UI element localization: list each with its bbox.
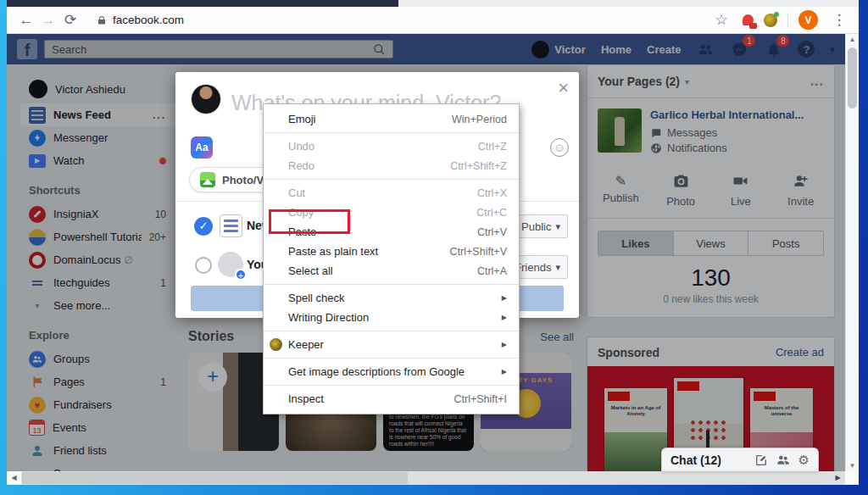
emoji-icon[interactable]: ☺: [550, 138, 569, 157]
scrollbar-corner: [845, 471, 859, 485]
vertical-scrollbar[interactable]: ▲ ▼: [845, 34, 859, 471]
menu-item-select-all[interactable]: Select allCtrl+A: [264, 261, 519, 281]
new-message-icon[interactable]: [754, 453, 768, 467]
browser-tab[interactable]: [7, 0, 398, 7]
checked-icon[interactable]: ✓: [194, 217, 213, 236]
menu-item-spell-check[interactable]: Spell check▶: [264, 288, 519, 308]
lock-icon: [97, 15, 107, 25]
scroll-down-arrow-icon[interactable]: ▼: [846, 462, 859, 470]
menu-item-inspect[interactable]: InspectCtrl+Shift+I: [264, 389, 519, 409]
refresh-icon[interactable]: ⟳: [59, 11, 81, 29]
browser-toolbar: ← → ⟳ facebook.com ☆ V ⋮: [7, 7, 859, 34]
scroll-right-arrow-icon[interactable]: ▶: [831, 471, 845, 485]
chat-label[interactable]: Chat (12): [670, 453, 746, 467]
menu-item-paste-plain[interactable]: Paste as plain textCtrl+Shift+V: [264, 242, 519, 261]
forward-icon[interactable]: →: [37, 12, 59, 29]
keeper-status-dot: [774, 12, 779, 17]
menu-separator: [264, 331, 519, 331]
page-viewport: f Search Victor Home Create 1 8 ?: [7, 34, 859, 485]
vertical-scrollbar-thumb[interactable]: [848, 47, 857, 108]
menu-item-cut: CutCtrl+X: [264, 183, 519, 203]
extension-icon[interactable]: [743, 14, 754, 25]
scroll-up-arrow-icon[interactable]: ▲: [846, 36, 859, 43]
menu-separator: [264, 385, 519, 386]
menu-item-redo: RedoCtrl+Shift+Z: [264, 156, 519, 175]
scroll-left-arrow-icon[interactable]: ◀: [7, 471, 21, 485]
keeper-icon: [270, 338, 282, 351]
toolbar-divider: [787, 13, 788, 28]
browser-menu-icon[interactable]: ⋮: [828, 11, 850, 29]
news-feed-icon: [220, 214, 242, 237]
privacy-selector-public[interactable]: Public▾: [514, 214, 568, 238]
bookmark-star-icon[interactable]: ☆: [710, 11, 732, 29]
radio-unchecked-icon[interactable]: [195, 257, 212, 274]
horizontal-scrollbar-thumb[interactable]: [22, 472, 408, 484]
submenu-arrow-icon: ▶: [502, 368, 507, 375]
photo-icon: [200, 172, 215, 187]
browser-profile-avatar[interactable]: V: [798, 10, 818, 30]
paste-highlight-box: [269, 209, 350, 234]
close-icon[interactable]: ×: [558, 77, 569, 99]
composer-avatar: [191, 84, 221, 114]
browser-window: ← → ⟳ facebook.com ☆ V ⋮ f Search: [7, 0, 859, 485]
menu-separator: [264, 284, 519, 285]
chevron-down-icon: ▾: [555, 262, 560, 273]
extension-badge: [749, 23, 757, 29]
submenu-arrow-icon: ▶: [502, 341, 507, 348]
menu-item-keeper[interactable]: Keeper▶: [264, 335, 519, 354]
plus-badge-icon: +: [235, 269, 247, 281]
menu-item-writing-direction[interactable]: Writing Direction▶: [264, 308, 519, 327]
menu-separator: [264, 179, 519, 180]
url-text[interactable]: facebook.com: [113, 14, 184, 26]
context-menu: EmojiWin+Period UndoCtrl+Z RedoCtrl+Shif…: [263, 103, 520, 414]
submenu-arrow-icon: ▶: [502, 314, 507, 321]
text-format-icon[interactable]: Aa: [191, 136, 213, 159]
back-icon[interactable]: ←: [15, 12, 37, 29]
address-bar[interactable]: facebook.com: [97, 14, 184, 26]
chevron-down-icon: ▾: [555, 221, 560, 232]
chat-contacts-icon[interactable]: [776, 453, 790, 467]
menu-separator: [264, 132, 519, 133]
menu-item-emoji[interactable]: EmojiWin+Period: [264, 109, 519, 129]
chat-bar[interactable]: Chat (12) ⚙: [661, 448, 819, 471]
desktop-background: ← → ⟳ facebook.com ☆ V ⋮ f Search: [0, 0, 868, 495]
menu-item-undo: UndoCtrl+Z: [264, 136, 519, 156]
chat-settings-gear-icon[interactable]: ⚙: [798, 453, 810, 468]
browser-tab-strip: [7, 0, 859, 7]
submenu-arrow-icon: ▶: [502, 294, 507, 302]
menu-item-image-descriptions[interactable]: Get image descriptions from Google▶: [264, 362, 519, 381]
menu-separator: [264, 358, 519, 359]
horizontal-scrollbar[interactable]: ◀ ▶: [7, 471, 845, 485]
keeper-extension-icon[interactable]: [764, 14, 777, 27]
